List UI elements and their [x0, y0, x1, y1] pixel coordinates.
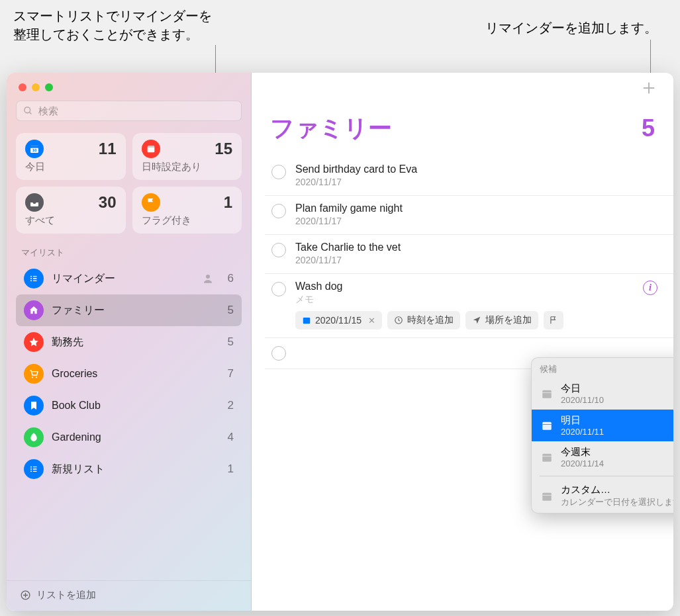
list-name: Book Club: [52, 400, 214, 412]
date-suggestion-popover: 候補 今日 2020/11/10 明日 2020/11/11 今週末 2020/…: [531, 357, 673, 513]
sidebar-list-item[interactable]: Groceries 7: [16, 358, 242, 390]
calendar-icon: [541, 419, 553, 431]
sidebar-list-item[interactable]: 新規リスト 1: [16, 453, 242, 485]
smart-today[interactable]: 10 11 今日: [16, 133, 126, 180]
add-reminder-button[interactable]: [642, 81, 660, 99]
maximize-button[interactable]: [45, 83, 53, 91]
reminder-row[interactable]: Take Charlie to the vet2020/11/17: [265, 235, 673, 274]
list-name: ファミリー: [52, 304, 214, 318]
window-controls: [16, 79, 242, 101]
location-icon: [472, 316, 481, 325]
svg-point-17: [30, 468, 32, 470]
svg-point-7: [30, 276, 32, 277]
suggestion-date: 2020/11/11: [561, 427, 604, 437]
svg-point-14: [32, 376, 33, 378]
suggestion-custom[interactable]: カスタム… カレンダーで日付を選択します: [532, 479, 673, 513]
smart-all[interactable]: 30 すべて: [16, 187, 126, 234]
list-count: 5: [642, 114, 655, 142]
suggestion-item[interactable]: 今日 2020/11/10: [532, 378, 673, 410]
add-list-label: リストを追加: [36, 589, 96, 601]
smart-scheduled-count: 15: [215, 140, 232, 158]
date-pill[interactable]: 2020/11/15 ✕: [295, 311, 382, 330]
reminder-date: 2020/11/17: [295, 216, 657, 226]
tray-icon: [25, 193, 44, 212]
search-box[interactable]: [16, 101, 242, 121]
list-count: 5: [222, 335, 234, 349]
add-time-pill[interactable]: 時刻を追加: [387, 311, 460, 330]
bookmark-icon: [24, 396, 44, 416]
svg-point-0: [24, 107, 30, 113]
suggestion-label: 今週末: [561, 446, 604, 459]
home-icon: [24, 300, 44, 320]
svg-rect-6: [147, 146, 154, 148]
sidebar-list-item[interactable]: Book Club 2: [16, 390, 242, 421]
reminder-body: Plan family game night2020/11/17: [295, 202, 657, 226]
list-name: Gardening: [52, 431, 214, 443]
smart-lists: 10 11 今日 15 日時設定あり 30 すべて: [16, 133, 242, 234]
popover-header: 候補: [532, 358, 673, 378]
smart-flagged-count: 1: [224, 193, 232, 212]
reminder-row[interactable]: Send birthday card to Eva2020/11/17: [265, 157, 673, 196]
plus-circle-icon: [20, 590, 31, 601]
svg-rect-21: [33, 471, 37, 472]
list-name: 新規リスト: [52, 462, 214, 476]
list-name: リマインダー: [52, 272, 194, 286]
list-icon: [24, 269, 44, 288]
smart-flagged[interactable]: 1 フラグ付き: [132, 187, 242, 234]
reminder-row[interactable]: Plan family game night2020/11/17: [265, 196, 673, 235]
list-count: 2: [222, 399, 234, 412]
list-title: ファミリー: [270, 112, 392, 145]
sidebar-list-item[interactable]: 勤務先 5: [16, 326, 242, 358]
suggestion-label: 明日: [561, 414, 604, 427]
clear-date-icon[interactable]: ✕: [365, 316, 375, 326]
sidebar: 10 11 今日 15 日時設定あり 30 すべて: [7, 73, 252, 611]
smart-flagged-label: フラグ付き: [142, 214, 233, 227]
flag-pill[interactable]: [544, 311, 563, 330]
clock-icon: [394, 316, 403, 325]
annotations-layer: スマートリストでリマインダーを 整理しておくことができます。 リマインダーを追加…: [7, 7, 673, 73]
svg-line-1: [29, 112, 31, 114]
svg-rect-31: [542, 422, 552, 430]
calendar-icon: [541, 451, 553, 463]
date-value: 2020/11/15: [315, 315, 362, 326]
add-list-button[interactable]: リストを追加: [7, 580, 251, 611]
reminder-date: 2020/11/17: [295, 255, 657, 265]
calendar-icon: [302, 316, 311, 325]
reminder-body: Take Charlie to the vet2020/11/17: [295, 242, 657, 265]
close-button[interactable]: [19, 83, 26, 91]
svg-rect-35: [542, 492, 552, 500]
reminder-checkbox[interactable]: [271, 243, 286, 257]
main-pane: ファミリー 5 Send birthday card to Eva2020/11…: [252, 73, 673, 611]
plus-icon: [642, 81, 656, 95]
sidebar-list-item[interactable]: ファミリー 5: [16, 294, 242, 326]
reminder-date: 2020/11/17: [295, 177, 657, 187]
list-count: 6: [222, 272, 234, 285]
suggestion-date: 2020/11/10: [561, 395, 604, 405]
reminder-title: Send birthday card to Eva: [295, 163, 657, 175]
list-count: 4: [222, 431, 234, 444]
cart-icon: [24, 364, 44, 384]
reminder-title: Take Charlie to the vet: [295, 242, 657, 253]
smart-scheduled-label: 日時設定あり: [142, 161, 233, 173]
sidebar-list-item[interactable]: リマインダー 6: [16, 263, 242, 294]
reminder-checkbox[interactable]: [271, 282, 286, 296]
reminder-row[interactable]: Wash dogメモ 2020/11/15 ✕ 時刻を追加 場所を追加 i: [265, 274, 673, 338]
reminder-checkbox[interactable]: [271, 346, 286, 361]
list-count: 5: [222, 304, 234, 317]
suggestion-item[interactable]: 今週末 2020/11/14: [532, 441, 673, 473]
minimize-button[interactable]: [32, 83, 40, 91]
svg-rect-27: [303, 318, 311, 324]
smart-today-label: 今日: [25, 161, 117, 173]
list-count: 1: [222, 462, 234, 476]
reminder-checkbox[interactable]: [271, 204, 286, 218]
add-location-pill[interactable]: 場所を追加: [465, 311, 538, 330]
search-input[interactable]: [38, 105, 234, 116]
suggestion-label: カスタム…: [561, 484, 673, 496]
reminder-checkbox[interactable]: [271, 165, 286, 179]
suggestion-item[interactable]: 明日 2020/11/11: [532, 410, 673, 441]
smart-scheduled[interactable]: 15 日時設定あり: [132, 133, 242, 180]
calendar-icon: [142, 140, 160, 158]
reminder-memo[interactable]: メモ: [295, 294, 634, 306]
info-button[interactable]: i: [643, 281, 657, 295]
sidebar-list-item[interactable]: Gardening 4: [16, 421, 242, 453]
